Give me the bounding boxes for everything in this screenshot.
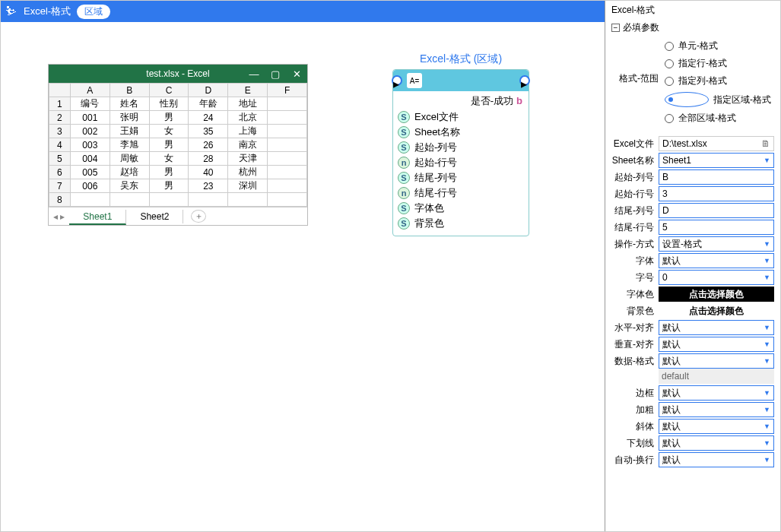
scope-option[interactable]: 指定区域-格式 (619, 90, 774, 109)
row-header[interactable]: 7 (49, 179, 71, 193)
row-header[interactable]: 1 (49, 97, 71, 111)
cell[interactable]: 男 (149, 138, 189, 152)
node-port[interactable]: S起始-列号 (398, 140, 524, 155)
section-toggle[interactable]: − 必填参数 (605, 20, 780, 36)
cell[interactable]: 003 (70, 138, 110, 152)
cell[interactable] (189, 193, 228, 207)
end-col-input[interactable]: D (659, 203, 774, 218)
cell[interactable]: 女 (149, 125, 189, 138)
cell[interactable]: 002 (70, 125, 110, 138)
cell[interactable] (228, 193, 268, 207)
sheet-tab-sheet2[interactable]: Sheet2 (126, 210, 183, 223)
cell[interactable]: 男 (149, 111, 189, 125)
cell[interactable]: 张明 (110, 111, 149, 125)
cell[interactable]: 女 (149, 152, 189, 166)
cell[interactable]: 男 (149, 166, 189, 179)
cell[interactable] (268, 166, 307, 179)
start-col-input[interactable]: B (659, 169, 774, 185)
cell[interactable]: 004 (70, 152, 110, 166)
node-port-out[interactable]: ▸ (519, 75, 530, 86)
cell[interactable]: 编号 (70, 97, 110, 111)
cell[interactable] (268, 97, 307, 111)
node-port[interactable]: S结尾-列号 (398, 170, 524, 185)
cell[interactable]: 姓名 (110, 97, 149, 111)
data-format-select[interactable]: 默认▼ (659, 353, 774, 369)
font-size-select[interactable]: 0▼ (659, 270, 774, 285)
flow-node[interactable]: Excel-格式 (区域) ▸ A= ▸ 是否-成功b SExcel文件SShe… (392, 52, 529, 236)
cell[interactable]: 天津 (228, 152, 268, 166)
sheet-nav[interactable]: ◂ ▸ (49, 211, 69, 222)
cell[interactable]: 23 (189, 179, 228, 193)
cell[interactable]: 男 (149, 179, 189, 193)
row-header[interactable]: 3 (49, 125, 71, 138)
excel-file-input[interactable]: D:\test.xlsx🗎 (659, 136, 774, 151)
font-color-button[interactable]: 点击选择颜色 (659, 287, 774, 302)
cell[interactable]: 26 (189, 138, 228, 152)
spreadsheet[interactable]: ABC DEF 1编号姓名性别年龄地址2001张明男24北京3002王娟女35上… (49, 83, 307, 207)
end-row-input[interactable]: 5 (659, 220, 774, 235)
cell[interactable]: 24 (189, 111, 228, 125)
wrap-select[interactable]: 默认▼ (659, 452, 774, 467)
cell[interactable]: 005 (70, 166, 110, 179)
bold-select[interactable]: 默认▼ (659, 402, 774, 417)
cell[interactable] (149, 193, 189, 207)
file-icon[interactable]: 🗎 (761, 138, 770, 149)
node-port[interactable]: S字体色 (398, 201, 524, 216)
cell[interactable]: 吴东 (110, 179, 149, 193)
node-port-in[interactable]: ▸ (392, 75, 402, 86)
underline-select[interactable]: 默认▼ (659, 435, 774, 451)
cell[interactable] (110, 193, 149, 207)
bg-color-button[interactable]: 点击选择颜色 (659, 303, 774, 318)
cell[interactable]: 地址 (228, 97, 268, 111)
scope-option[interactable]: 全部区域-格式 (619, 109, 774, 127)
row-header[interactable]: 5 (49, 152, 71, 166)
v-align-select[interactable]: 默认▼ (659, 337, 774, 352)
cell[interactable]: 年龄 (189, 97, 228, 111)
minimize-icon[interactable]: — (243, 65, 265, 83)
excel-titlebar[interactable]: test.xlsx - Excel — ▢ ✕ (49, 65, 307, 83)
row-header[interactable]: 8 (49, 193, 71, 207)
cell[interactable]: 40 (189, 166, 228, 179)
cell[interactable] (268, 125, 307, 138)
start-row-input[interactable]: 3 (659, 186, 774, 201)
add-sheet-button[interactable]: ＋ (191, 210, 206, 223)
cell[interactable]: 35 (189, 125, 228, 138)
italic-select[interactable]: 默认▼ (659, 419, 774, 434)
row-header[interactable]: 6 (49, 166, 71, 179)
node-port[interactable]: n起始-行号 (398, 155, 524, 170)
cell[interactable] (268, 111, 307, 125)
cell[interactable] (268, 152, 307, 166)
cell[interactable]: 006 (70, 179, 110, 193)
node-port[interactable]: SSheet名称 (398, 125, 524, 140)
cell[interactable]: 李旭 (110, 138, 149, 152)
cell[interactable]: 性别 (149, 97, 189, 111)
cell[interactable]: 28 (189, 152, 228, 166)
border-select[interactable]: 默认▼ (659, 385, 774, 401)
node-port[interactable]: S背景色 (398, 216, 524, 231)
node-port[interactable]: n结尾-行号 (398, 185, 524, 201)
cell[interactable] (70, 193, 110, 207)
cell[interactable]: 杭州 (228, 166, 268, 179)
row-header[interactable]: 4 (49, 138, 71, 152)
sheet-tab-sheet1[interactable]: Sheet1 (69, 210, 126, 225)
cell[interactable] (268, 138, 307, 152)
close-icon[interactable]: ✕ (286, 65, 307, 83)
cell[interactable]: 王娟 (110, 125, 149, 138)
cell[interactable]: 深圳 (228, 179, 268, 193)
sheet-name-select[interactable]: Sheet1▼ (659, 153, 774, 168)
cell[interactable]: 上海 (228, 125, 268, 138)
maximize-icon[interactable]: ▢ (265, 65, 286, 83)
cell[interactable]: 周敏 (110, 152, 149, 166)
cell[interactable]: 赵培 (110, 166, 149, 179)
node-header[interactable]: ▸ A= ▸ (393, 70, 529, 91)
cell[interactable] (268, 179, 307, 193)
cell[interactable] (268, 193, 307, 207)
scope-option[interactable]: 指定行-格式 (619, 55, 774, 72)
row-header[interactable]: 2 (49, 111, 71, 125)
h-align-select[interactable]: 默认▼ (659, 320, 774, 335)
cell[interactable]: 北京 (228, 111, 268, 125)
operation-select[interactable]: 设置-格式▼ (659, 236, 774, 252)
cell[interactable]: 南京 (228, 138, 268, 152)
font-select[interactable]: 默认▼ (659, 253, 774, 268)
scope-option[interactable]: 单元-格式 (619, 37, 774, 55)
